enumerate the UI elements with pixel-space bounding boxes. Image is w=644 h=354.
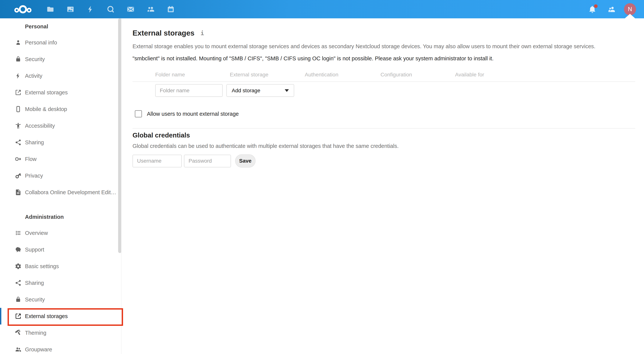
allow-users-label[interactable]: Allow users to mount external storage [147, 111, 239, 117]
lock-icon [15, 56, 22, 63]
sidebar-item-external-storages-admin[interactable]: External storages [0, 308, 121, 325]
avatar[interactable]: N [624, 3, 636, 15]
sidebar-item-label: Mobile & desktop [25, 106, 67, 112]
lock-icon [15, 296, 22, 303]
info-icon[interactable]: i [200, 29, 204, 37]
lightning-icon [15, 72, 22, 79]
files-icon[interactable] [46, 5, 54, 13]
share-icon [15, 139, 22, 146]
page-title: External storages i [132, 29, 644, 37]
talk-icon[interactable] [106, 5, 115, 13]
smbclient-warning: "smbclient" is not installed. Mounting o… [132, 55, 644, 62]
username-field[interactable] [132, 155, 182, 167]
sidebar-item-flow[interactable]: Flow [0, 151, 121, 167]
paint-roller-icon [15, 330, 22, 336]
sidebar-item-label: Accessibility [25, 123, 55, 129]
column-header-authentication: Authentication [305, 72, 338, 78]
people-icon [15, 346, 22, 353]
page-title-text: External storages [132, 29, 194, 37]
sidebar-item-label: Sharing [25, 280, 44, 286]
sidebar-item-groupware[interactable]: Groupware [0, 341, 121, 354]
contacts-menu-icon[interactable] [608, 5, 616, 13]
save-button[interactable]: Save [235, 154, 256, 168]
list-icon [15, 230, 22, 236]
sidebar-item-collabora[interactable]: Collabora Online Development Edit… [0, 184, 121, 201]
mail-icon[interactable] [126, 5, 135, 13]
accessibility-icon [15, 122, 22, 129]
document-icon [15, 189, 22, 196]
sidebar-item-support[interactable]: Support [0, 241, 121, 258]
settings-sidebar: Personal Personal info Security Activity… [0, 18, 122, 354]
sidebar-item-privacy[interactable]: Privacy [0, 167, 121, 184]
calendar-icon[interactable] [166, 5, 175, 13]
password-field[interactable] [184, 155, 231, 167]
mobile-icon [15, 106, 22, 112]
key-icon [15, 172, 22, 179]
external-link-icon [15, 313, 22, 320]
allow-users-checkbox[interactable] [135, 110, 142, 117]
section-title-personal: Personal [25, 23, 121, 30]
sidebar-item-label: Privacy [25, 173, 43, 179]
add-storage-select[interactable]: Add storage [226, 84, 294, 97]
flow-icon [15, 156, 22, 162]
section-title-administration: Administration [25, 214, 121, 220]
sidebar-item-mobile-desktop[interactable]: Mobile & desktop [0, 101, 121, 117]
sidebar-item-label: Groupware [25, 347, 52, 353]
global-credentials-title: Global credentials [132, 131, 644, 139]
contacts-app-icon[interactable] [146, 5, 155, 13]
global-credentials-description: Global credentials can be used to authen… [132, 143, 644, 149]
column-header-folder-name: Folder name [155, 72, 185, 78]
new-storage-row: Add storage [155, 84, 644, 97]
chevron-down-icon [285, 89, 289, 92]
photos-icon[interactable] [66, 5, 74, 13]
sidebar-item-label: Security [25, 56, 45, 62]
storage-table-header: Folder name External storage Authenticat… [132, 69, 635, 82]
column-header-available-for: Available for [455, 72, 484, 78]
section-divider [132, 128, 635, 129]
sidebar-item-label: Activity [25, 73, 42, 79]
sidebar-item-personal-info[interactable]: Personal info [0, 34, 121, 51]
sidebar-item-theming[interactable]: Theming [0, 325, 121, 341]
sidebar-item-security-admin[interactable]: Security [0, 291, 121, 308]
sidebar-item-sharing-admin[interactable]: Sharing [0, 275, 121, 291]
app-menu [46, 5, 175, 13]
top-right-controls: N [588, 3, 636, 15]
sidebar-item-label: Overview [25, 230, 48, 236]
column-header-configuration: Configuration [380, 72, 412, 78]
sidebar-item-accessibility[interactable]: Accessibility [0, 117, 121, 134]
sidebar-item-label: External storages [25, 89, 68, 96]
notifications-bell-icon[interactable] [588, 5, 596, 13]
top-bar: N [0, 0, 644, 18]
sidebar-item-label: Security [25, 297, 45, 303]
sidebar-item-label: Flow [25, 156, 36, 162]
global-credentials-form: Save [132, 154, 644, 168]
user-icon [15, 39, 22, 46]
notification-badge [594, 4, 598, 8]
allow-users-row: Allow users to mount external storage [135, 110, 644, 118]
sidebar-item-basic-settings[interactable]: Basic settings [0, 258, 121, 275]
column-header-external-storage: External storage [230, 72, 268, 78]
sidebar-item-label: External storages [25, 313, 68, 319]
sidebar-item-sharing-personal[interactable]: Sharing [0, 134, 121, 151]
sidebar-item-label: Personal info [25, 39, 57, 46]
sidebar-item-label: Basic settings [25, 263, 59, 270]
external-storage-description: External storage enables you to mount ex… [132, 43, 644, 50]
sidebar-item-label: Support [25, 247, 44, 253]
share-icon [15, 280, 22, 286]
nextcloud-logo[interactable] [13, 4, 32, 14]
main-content: External storages i External storage ena… [122, 18, 644, 354]
sidebar-item-label: Theming [25, 330, 46, 336]
sidebar-item-activity[interactable]: Activity [0, 67, 121, 84]
activity-icon[interactable] [86, 5, 95, 13]
sidebar-item-label: Sharing [25, 139, 44, 146]
add-storage-label: Add storage [232, 87, 260, 94]
sidebar-scrollbar[interactable] [118, 18, 122, 253]
gear-icon [15, 263, 22, 270]
sidebar-item-security-personal[interactable]: Security [0, 51, 121, 67]
folder-name-input[interactable] [155, 84, 222, 97]
chat-icon [15, 246, 22, 253]
external-link-icon [15, 89, 22, 96]
sidebar-item-external-storages-personal[interactable]: External storages [0, 84, 121, 101]
sidebar-item-label: Collabora Online Development Edit… [25, 189, 116, 196]
sidebar-item-overview[interactable]: Overview [0, 225, 121, 241]
